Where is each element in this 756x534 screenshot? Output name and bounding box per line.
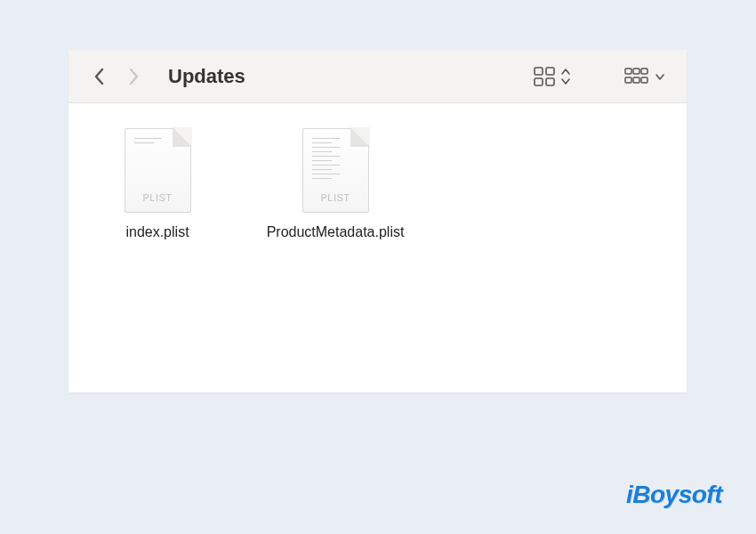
finder-window: Updates — [68, 50, 687, 392]
group-view-button[interactable] — [621, 63, 669, 90]
svg-rect-2 — [535, 78, 543, 85]
chevron-left-icon — [93, 68, 106, 85]
svg-rect-5 — [633, 69, 639, 74]
svg-rect-1 — [546, 68, 554, 75]
svg-rect-4 — [625, 69, 631, 74]
forward-button[interactable] — [120, 63, 147, 90]
chevron-down-icon — [655, 67, 665, 86]
grouped-grid-icon — [624, 67, 649, 86]
file-label: ProductMetadata.plist — [267, 223, 405, 242]
file-item[interactable]: PLIST ProductMetadata.plist — [264, 128, 406, 242]
file-label: index.plist — [125, 223, 189, 242]
plist-file-icon: PLIST — [302, 128, 369, 213]
plist-file-icon: PLIST — [125, 128, 191, 213]
up-down-icon — [560, 67, 571, 86]
file-type-tag: PLIST — [303, 192, 368, 203]
grid-icon — [534, 67, 555, 86]
watermark-logo: iBoysoft — [626, 481, 722, 509]
svg-rect-8 — [633, 77, 639, 83]
svg-rect-6 — [641, 69, 647, 74]
svg-rect-9 — [641, 77, 647, 83]
chevron-right-icon — [127, 68, 140, 85]
toolbar: Updates — [68, 50, 687, 103]
svg-rect-0 — [535, 68, 543, 75]
svg-rect-7 — [625, 77, 631, 83]
view-controls — [530, 63, 669, 90]
back-button[interactable] — [86, 63, 113, 90]
file-item[interactable]: PLIST index.plist — [86, 128, 229, 242]
folder-title: Updates — [168, 65, 245, 88]
svg-rect-3 — [546, 78, 554, 85]
file-grid: PLIST index.plist PLIST ProductMetadata.… — [68, 103, 687, 267]
icon-view-button[interactable] — [530, 63, 575, 90]
file-type-tag: PLIST — [125, 192, 190, 203]
